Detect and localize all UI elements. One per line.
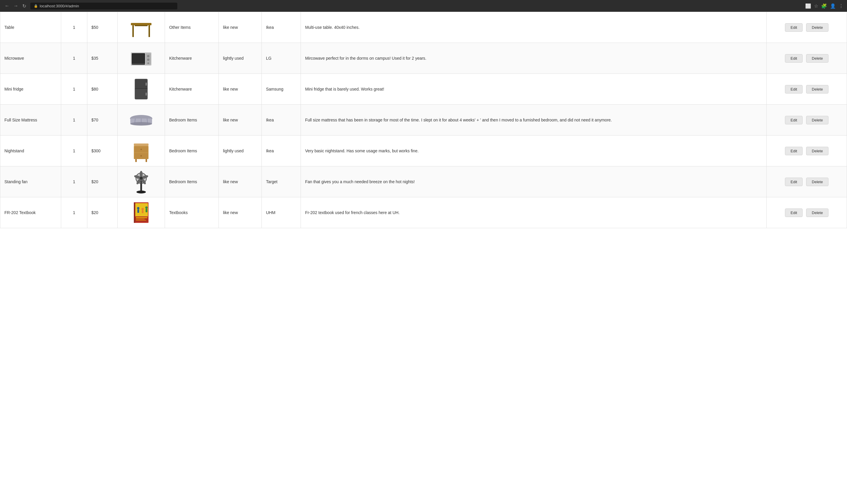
address-bar[interactable]: 🔒 localhost:3000/#/admin [30,3,177,10]
item-actions: Edit Delete [767,74,847,105]
item-category: Bedroom Items [165,105,219,136]
svg-rect-49 [142,210,144,213]
svg-point-11 [147,62,149,64]
edit-button[interactable]: Edit [785,54,803,62]
lock-icon: 🔒 [34,4,38,8]
edit-button[interactable]: Edit [785,85,803,93]
svg-rect-32 [146,159,147,162]
delete-button[interactable]: Delete [806,116,828,124]
browser-chrome: ← → ↻ 🔒 localhost:3000/#/admin ⬜ ☆ 🧩 👤 ⋮ [0,0,847,12]
delete-button[interactable]: Delete [806,178,828,186]
edit-button[interactable]: Edit [785,23,803,32]
item-condition: like new [219,12,262,43]
item-price: $80 [87,74,118,105]
item-actions: Edit Delete [767,166,847,197]
table-row: Nightstand 1 $300 Bedroom Items lightly … [0,136,847,166]
item-brand: UHM [262,197,301,228]
item-condition: lightly used [219,136,262,166]
extension-icon[interactable]: 🧩 [821,3,827,9]
item-name: Standing fan [0,166,61,197]
table-row: Microwave 1 $35 Kitchenware lightly used… [0,43,847,74]
back-button[interactable]: ← [3,2,11,10]
item-category: Other Items [165,12,219,43]
item-quantity: 1 [61,12,87,43]
table-row: FR-202 Textbook 1 $20 Textbooks like new… [0,197,847,228]
delete-button[interactable]: Delete [806,85,828,93]
item-name: Nightstand [0,136,61,166]
cast-icon[interactable]: ⬜ [805,3,811,9]
svg-rect-16 [135,88,147,89]
item-category: Kitchenware [165,74,219,105]
profile-icon[interactable]: 👤 [830,3,836,9]
item-brand: Ikea [262,136,301,166]
nightstand-image [129,139,153,163]
svg-rect-47 [137,209,139,213]
item-description: Mini fridge that is barely used. Works g… [301,74,767,105]
items-table-container: Table 1 $50 Other Items like new Ikea Mu… [0,12,847,228]
browser-toolbar: ⬜ ☆ 🧩 👤 ⋮ [805,3,844,9]
delete-button[interactable]: Delete [806,54,828,62]
item-description: Full size mattress that has been in stor… [301,105,767,136]
item-description: Fr-202 textbook used for french classes … [301,197,767,228]
item-price: $20 [87,166,118,197]
item-price: $50 [87,12,118,43]
browser-navigation: ← → ↻ [3,2,28,10]
mini-fridge-image [129,77,153,101]
item-image-cell [118,197,165,228]
delete-button[interactable]: Delete [806,209,828,217]
item-description: Multi-use table. 40x40 inches. [301,12,767,43]
svg-rect-7 [132,54,144,64]
svg-point-9 [147,55,149,57]
svg-rect-12 [132,64,145,64]
item-image-cell [118,105,165,136]
svg-rect-51 [146,209,147,212]
url-text: localhost:3000/#/admin [40,4,79,8]
table-row: Table 1 $50 Other Items like new Ikea Mu… [0,12,847,43]
item-price: $20 [87,197,118,228]
forward-button[interactable]: → [12,2,19,10]
edit-button[interactable]: Edit [785,147,803,155]
svg-rect-54 [136,219,145,219]
edit-button[interactable]: Edit [785,178,803,186]
microwave-image [129,47,153,70]
item-price: $35 [87,43,118,74]
svg-point-46 [137,207,139,209]
item-name: Full Size Mattress [0,105,61,136]
item-actions: Edit Delete [767,12,847,43]
svg-point-10 [147,58,149,61]
bookmark-icon[interactable]: ☆ [814,3,818,9]
reload-button[interactable]: ↻ [21,2,28,10]
mattress-image [129,108,153,132]
item-quantity: 1 [61,166,87,197]
svg-rect-15 [135,89,147,99]
item-quantity: 1 [61,105,87,136]
item-image-cell [118,166,165,197]
svg-rect-44 [134,202,135,223]
item-image-cell [118,136,165,166]
svg-rect-53 [136,217,147,218]
item-brand: Samsung [262,74,301,105]
item-category: Bedroom Items [165,136,219,166]
item-category: Kitchenware [165,43,219,74]
table-image [129,16,153,39]
item-condition: like new [219,166,262,197]
edit-button[interactable]: Edit [785,116,803,124]
delete-button[interactable]: Delete [806,147,828,155]
edit-button[interactable]: Edit [785,209,803,217]
svg-rect-31 [135,159,137,162]
textbook-image [129,201,153,224]
item-image-cell [118,12,165,43]
table-row: Full Size Mattress 1 $70 Bedroom Items l… [0,105,847,136]
item-condition: lightly used [219,43,262,74]
item-brand: Ikea [262,105,301,136]
delete-button[interactable]: Delete [806,23,828,32]
item-actions: Edit Delete [767,197,847,228]
item-image-cell [118,74,165,105]
item-quantity: 1 [61,43,87,74]
menu-icon[interactable]: ⋮ [839,3,844,9]
svg-point-50 [145,206,148,209]
item-quantity: 1 [61,136,87,166]
item-name: FR-202 Textbook [0,197,61,228]
table-row: Mini fridge 1 $80 Kitchenware like new S… [0,74,847,105]
item-category: Bedroom Items [165,166,219,197]
